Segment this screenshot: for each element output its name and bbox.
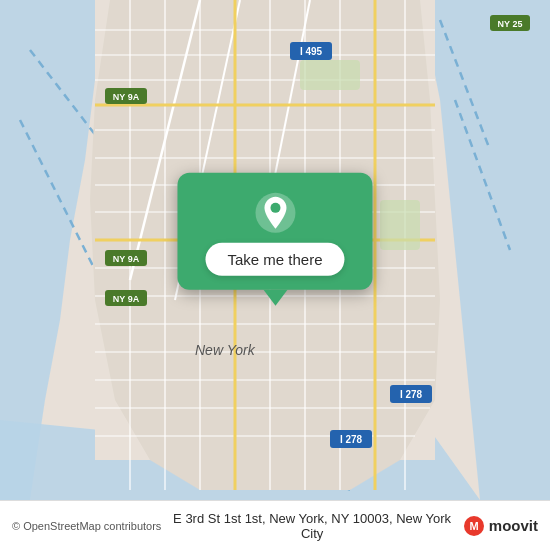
osm-credit: © OpenStreetMap contributors <box>12 520 161 532</box>
moovit-logo: M moovit <box>463 515 538 537</box>
svg-text:NY 9A: NY 9A <box>113 254 140 264</box>
bottom-bar: © OpenStreetMap contributors E 3rd St 1s… <box>0 500 550 550</box>
moovit-text: moovit <box>489 517 538 534</box>
map-container: I 495 NY 9A NY 9A NY 9A NY 25 I 278 I 27… <box>0 0 550 500</box>
svg-text:I 278: I 278 <box>340 434 363 445</box>
svg-text:M: M <box>469 520 478 532</box>
location-pin-icon <box>253 191 297 235</box>
svg-rect-56 <box>380 200 420 250</box>
popup-tail <box>263 290 287 306</box>
svg-point-58 <box>270 203 280 213</box>
address-text: E 3rd St 1st 1st, New York, NY 10003, Ne… <box>167 511 456 541</box>
moovit-icon: M <box>463 515 485 537</box>
take-me-there-button[interactable]: Take me there <box>205 243 344 276</box>
popup-card: Take me there <box>177 173 372 290</box>
svg-text:NY 9A: NY 9A <box>113 92 140 102</box>
svg-rect-55 <box>300 60 360 90</box>
map-popup: Take me there <box>177 173 372 306</box>
svg-text:NY 9A: NY 9A <box>113 294 140 304</box>
svg-text:NY 25: NY 25 <box>498 19 523 29</box>
svg-text:I 495: I 495 <box>300 46 323 57</box>
svg-text:New York: New York <box>195 342 256 358</box>
svg-text:I 278: I 278 <box>400 389 423 400</box>
